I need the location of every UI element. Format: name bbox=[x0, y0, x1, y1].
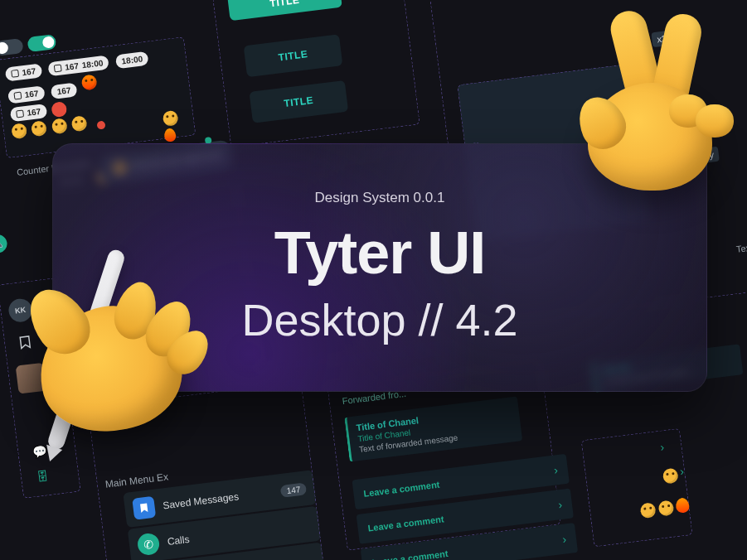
comment-label: Leave a comment bbox=[363, 480, 440, 499]
hero-title: Tyter UI bbox=[274, 223, 486, 282]
fire-icon bbox=[81, 74, 98, 90]
pill-167-c[interactable]: 167 bbox=[51, 82, 78, 99]
writing-hand-emoji bbox=[17, 249, 232, 464]
emoji-icon bbox=[162, 110, 179, 127]
title-btn-label: TITLE bbox=[278, 48, 308, 63]
title-btn-label: TITLE bbox=[284, 94, 314, 109]
chevron-right-icon: › bbox=[561, 533, 567, 546]
emoji-panel-box bbox=[581, 428, 693, 548]
toggle-on[interactable] bbox=[27, 34, 56, 52]
emoji-icon bbox=[11, 123, 27, 139]
pill-time-a[interactable]: 167 18:00 bbox=[47, 55, 109, 76]
pill-167-b[interactable]: 167 bbox=[7, 85, 45, 104]
pill-label: 167 bbox=[27, 107, 41, 118]
fire-icon bbox=[163, 128, 177, 142]
design-system-label: Design System 0.0.1 bbox=[315, 190, 445, 206]
recording-dot-icon bbox=[96, 121, 105, 130]
emoji-icon bbox=[51, 118, 68, 134]
comment-label: Leave a comment bbox=[367, 514, 444, 533]
emoji-icon bbox=[31, 120, 47, 137]
stage: 167 167 18:00 18:00 167 167 167 TITLE T bbox=[0, 0, 747, 560]
chevron-right-icon: › bbox=[557, 498, 563, 511]
pill-label: 167 bbox=[22, 66, 36, 77]
peace-hand-emoji bbox=[580, 17, 729, 191]
chevron-right-icon: › bbox=[553, 463, 559, 476]
comment-label: Leave a comment bbox=[371, 548, 449, 560]
text-partial-right: Tex bbox=[735, 243, 747, 254]
pill-167-d[interactable]: 167 bbox=[10, 104, 47, 122]
pill-time-b[interactable]: 18:00 bbox=[115, 51, 149, 70]
red-dot-icon bbox=[51, 101, 67, 118]
pill-label: 167 bbox=[24, 89, 39, 99]
emoji-icon bbox=[71, 115, 88, 132]
hero-subtitle: Desktop // 4.2 bbox=[241, 294, 517, 345]
pill-sub: 18:00 bbox=[81, 58, 104, 70]
pill-sub: 18:00 bbox=[121, 54, 143, 65]
title-btn-label: TITLE bbox=[269, 0, 300, 9]
pill-label: 167 bbox=[56, 85, 71, 96]
toggle-off[interactable] bbox=[0, 38, 24, 56]
dot-icon[interactable]: ○ bbox=[0, 210, 3, 228]
title-buttons-box bbox=[211, 0, 420, 147]
pill-167-a[interactable]: 167 bbox=[5, 63, 42, 81]
pill-label: 167 bbox=[65, 61, 80, 72]
volume-icon[interactable]: 🔈 bbox=[0, 234, 8, 254]
